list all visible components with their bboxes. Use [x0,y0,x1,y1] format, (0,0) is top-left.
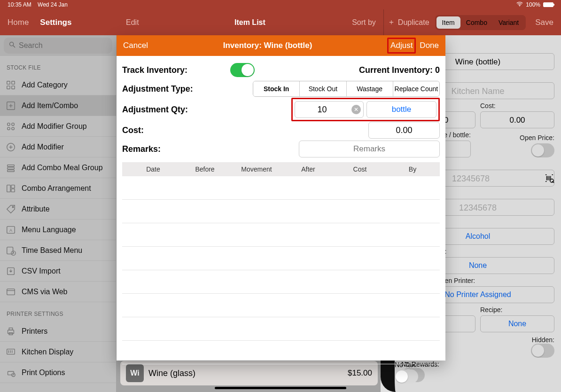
modal-title: Inventory: Wine (bottle) [148,41,387,50]
page-title-item-list: Item List [234,18,265,27]
svg-rect-36 [7,349,15,354]
remarks-input[interactable] [299,141,440,157]
svg-rect-3 [7,81,10,84]
col-after: After [285,165,332,173]
language-icon: A [6,225,16,235]
cancel-button[interactable]: Cancel [123,41,148,50]
home-indicator [215,387,346,389]
sortby-button[interactable]: Sort by [352,18,376,27]
grid-icon [6,80,16,90]
adjustment-type-label: Adjustment Type: [122,84,253,94]
history-row [122,270,440,294]
item-row-wine-glass[interactable]: Wi Wine (glass) $15.00 [120,361,378,385]
sidebar-item-label: Attribute [22,205,50,213]
svg-rect-26 [7,247,13,254]
sidebar-menu-language[interactable]: A Menu Language [0,220,116,240]
col-movement: Movement [228,165,285,173]
sidebar-section-stockfile: STOCK FILE [0,56,116,75]
adj-replace-count[interactable]: Replace Count [393,81,439,96]
sidebar-item-label: Printers [22,327,47,336]
plus-icon: ＋ [388,17,395,27]
sidebar-combo-arrangement[interactable]: Combo Arrangement [0,178,116,199]
adj-stock-out[interactable]: Stock Out [299,81,346,96]
sidebar: Search STOCK FILE Add Category Add Item/… [0,35,117,392]
history-row [122,317,440,341]
adj-wastage[interactable]: Wastage [346,81,393,96]
svg-point-10 [8,123,10,125]
sidebar-section-printer: PRINTER SETTINGS [0,302,116,321]
seg-combo[interactable]: Combo [460,16,493,29]
nav-home[interactable]: Home [8,18,29,27]
sidebar-item-label: Print Options [22,368,65,377]
sidebar-time-based-menu[interactable]: Time Based Menu [0,240,116,261]
top-bar: Home Settings Edit Item List Sort by ＋ D… [0,9,561,35]
done-button[interactable]: Done [420,41,439,50]
history-row [122,223,440,247]
duplicate-button[interactable]: ＋ Duplicate [388,17,429,27]
plus-square-icon [6,101,16,111]
sidebar-print-options[interactable]: Print Options [0,362,116,383]
sidebar-attribute[interactable]: Attribute [0,199,116,220]
cost-input[interactable] [368,122,440,139]
edit-button[interactable]: Edit [126,18,139,27]
svg-rect-31 [7,289,15,295]
modal-header: Cancel Inventory: Wine (bottle) Adjust D… [117,35,445,56]
sidebar-item-label: Kitchen Display [22,348,73,356]
tag-icon [6,204,16,214]
adjustment-type-segment: Stock In Stock Out Wastage Replace Count [253,81,440,97]
sidebar-csv-import[interactable]: CSV Import [0,261,116,282]
sidebar-item-label: CMS via Web [22,288,68,296]
item-badge: Wi [126,364,144,382]
web-icon [6,287,16,297]
track-inventory-label: Track Inventory: [122,65,226,75]
seg-item[interactable]: Item [436,16,460,29]
search-icon [8,41,16,50]
col-cost: Cost [332,165,388,173]
stack-icon [6,163,16,173]
clear-icon[interactable]: ✕ [351,105,361,114]
svg-rect-34 [9,328,12,330]
seg-variant[interactable]: Variant [493,16,524,29]
save-button[interactable]: Save [531,18,557,27]
sidebar-add-combo-meal-group[interactable]: Add Combo Meal Group [0,157,116,178]
adj-stock-in[interactable]: Stock In [253,81,299,96]
svg-rect-33 [8,330,14,333]
print-options-icon [6,368,16,378]
sidebar-printers[interactable]: Printers [0,321,116,342]
sidebar-add-modifier-group[interactable]: Add Modifier Group [0,116,116,137]
remarks-label: Remarks: [122,144,299,154]
svg-point-13 [12,127,15,130]
nav-settings[interactable]: Settings [40,18,71,27]
sidebar-kitchen-display[interactable]: Kitchen Display [0,342,116,362]
notax-toggle[interactable] [395,369,418,384]
svg-rect-5 [7,86,10,88]
display-icon [6,347,16,357]
sidebar-add-category[interactable]: Add Category [0,75,116,95]
svg-point-1 [10,42,14,46]
plus-circle-icon [6,142,16,152]
adjustment-qty-unit[interactable]: bottle [366,101,436,118]
svg-line-2 [13,46,15,47]
svg-rect-6 [12,86,15,88]
history-row [122,341,440,364]
item-price: $15.00 [348,368,372,378]
svg-rect-21 [11,185,15,188]
search-input[interactable]: Search [4,38,112,54]
battery-percent: 100% [526,1,540,8]
sidebar-cms-web[interactable]: CMS via Web [0,282,116,302]
printer-icon [6,326,16,337]
svg-rect-4 [12,81,15,84]
sidebar-add-item-combo[interactable]: Add Item/Combo [0,95,116,116]
svg-rect-22 [11,188,15,191]
track-inventory-toggle[interactable] [230,63,255,77]
history-row [122,294,440,317]
status-date: Wed 24 Jan [38,1,68,8]
history-header: Date Before Movement After Cost By [122,162,440,176]
sidebar-item-label: Add Modifier Group [22,122,87,131]
sidebar-add-modifier[interactable]: Add Modifier [0,137,116,157]
sidebar-item-label: Add Category [22,81,68,89]
adjust-button[interactable]: Adjust [387,38,416,54]
sidebar-item-label: Menu Language [22,226,76,234]
history-list [122,176,440,364]
item-name: Wine (glass) [148,368,348,378]
